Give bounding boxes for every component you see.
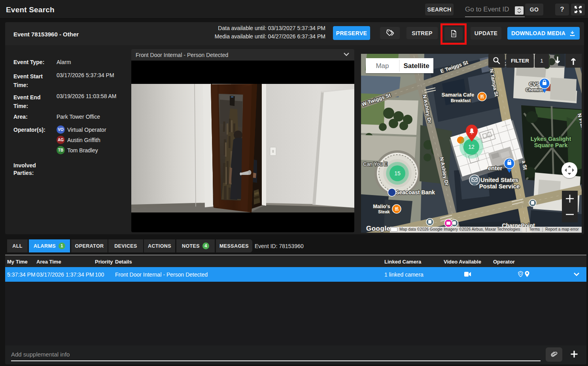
svg-text:Report a map error: Report a map error: [545, 227, 579, 231]
svg-text:Steak: Steak: [378, 209, 390, 214]
svg-text:Terms: Terms: [529, 227, 540, 231]
svg-text:1: 1: [540, 58, 543, 64]
svg-text:Chemist: Chemist: [526, 87, 543, 92]
svg-text:Postal Service: Postal Service: [479, 183, 520, 190]
svg-text:Seacoast Bank: Seacoast Bank: [395, 189, 435, 195]
svg-text:United States: United States: [480, 176, 518, 183]
svg-text:Google: Google: [366, 225, 391, 232]
svg-text:Map data ©2026 Google Imagery: Map data ©2026 Google Imagery ©2026 Airb…: [399, 227, 520, 231]
svg-text:12: 12: [468, 144, 475, 150]
svg-text:CVS: CVS: [529, 81, 540, 87]
svg-text:Square Park: Square Park: [534, 142, 568, 148]
svg-text:Lykes Gaslight: Lykes Gaslight: [531, 136, 571, 142]
svg-text:enter: enter: [488, 165, 503, 171]
svg-text:15: 15: [394, 170, 401, 176]
svg-text:Can You E: Can You E: [363, 161, 388, 167]
svg-text:Map: Map: [376, 62, 389, 70]
svg-text:Satellite: Satellite: [403, 62, 429, 70]
svg-text:Breakfast: Breakfast: [451, 98, 471, 103]
svg-text:Samaria Cafe: Samaria Cafe: [442, 92, 474, 98]
svg-text:FILTER: FILTER: [511, 58, 529, 64]
svg-text:Malio's: Malio's: [373, 203, 390, 209]
